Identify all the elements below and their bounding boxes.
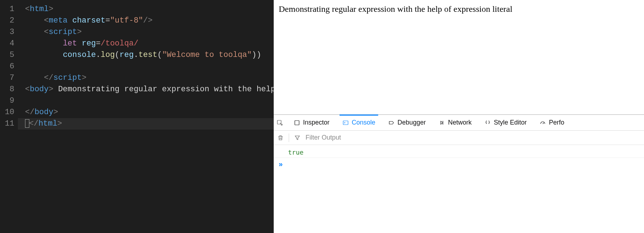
devtools-tab-network[interactable]: Network: [436, 115, 474, 130]
code-line[interactable]: [25, 95, 274, 107]
devtools-tabstrip: InspectorConsoleDebuggerNetworkStyle Edi…: [274, 115, 644, 131]
line-number: 9: [0, 95, 18, 107]
line-number: 5: [0, 49, 18, 61]
pick-element-icon[interactable]: [277, 120, 283, 126]
code-line[interactable]: </script>: [25, 72, 274, 84]
line-number: 3: [0, 26, 18, 38]
devtools-tab-label: Perfo: [549, 119, 564, 126]
separator: [289, 134, 289, 142]
app-root: 1234567891011 <html> <meta charset="utf-…: [0, 0, 644, 233]
devtools-tab-label: Network: [448, 119, 472, 126]
console-icon: [342, 120, 349, 126]
console-prompt-chevron-icon: »: [279, 160, 283, 168]
clear-console-icon[interactable]: [277, 135, 284, 141]
code-area[interactable]: <html> <meta charset="utf-8"/> <script> …: [18, 0, 274, 233]
devtools-tab-styleeditor[interactable]: Style Editor: [482, 115, 529, 130]
svg-rect-2: [343, 121, 348, 125]
console-log-line: true: [274, 147, 644, 158]
line-number: 11: [0, 118, 18, 130]
performance-icon: [540, 120, 546, 126]
devtools-tab-performance[interactable]: Perfo: [537, 115, 566, 130]
devtools-tab-debugger[interactable]: Debugger: [386, 115, 428, 130]
line-number-gutter: 1234567891011: [0, 0, 18, 233]
console-output: true »: [274, 145, 644, 173]
line-number: 2: [0, 15, 18, 26]
devtools-tab-label: Inspector: [303, 119, 330, 126]
code-line[interactable]: <meta charset="utf-8"/>: [25, 15, 274, 26]
devtools-tab-label: Debugger: [397, 119, 426, 126]
code-line[interactable]: console.log(reg.test("Welcome to toolqa"…: [25, 49, 274, 61]
line-number: 1: [0, 4, 18, 15]
browser-pane: Demonstrating regular expression with th…: [274, 0, 644, 233]
line-number: 10: [0, 107, 18, 118]
devtools-panel: InspectorConsoleDebuggerNetworkStyle Edi…: [274, 115, 644, 233]
code-line[interactable]: <script>: [25, 26, 274, 38]
devtools-tab-console[interactable]: Console: [340, 115, 377, 130]
code-editor[interactable]: 1234567891011 <html> <meta charset="utf-…: [0, 0, 274, 233]
filter-icon[interactable]: [294, 135, 301, 141]
devtools-tab-label: Console: [352, 119, 375, 126]
line-number: 8: [0, 84, 18, 95]
debugger-icon: [388, 120, 395, 126]
filter-output-input[interactable]: [306, 134, 640, 141]
console-toolbar: [274, 131, 644, 145]
styleeditor-icon: [484, 120, 491, 126]
console-prompt-row[interactable]: »: [274, 158, 644, 170]
code-line[interactable]: <html>: [25, 4, 274, 15]
line-number: 7: [0, 72, 18, 84]
svg-rect-1: [295, 121, 299, 125]
rendered-page: Demonstrating regular expression with th…: [274, 0, 644, 115]
code-line[interactable]: let reg=/toolqa/: [25, 38, 274, 49]
inspector-icon: [294, 120, 300, 126]
network-icon: [439, 120, 445, 126]
devtools-tab-inspector[interactable]: Inspector: [292, 115, 332, 130]
page-body-text: Demonstrating regular expression with th…: [279, 4, 512, 14]
line-number: 4: [0, 38, 18, 49]
line-number: 6: [0, 61, 18, 72]
code-line[interactable]: <body> Demonstrating regular expression …: [25, 84, 274, 95]
code-line[interactable]: [25, 61, 274, 72]
devtools-tab-label: Style Editor: [494, 119, 527, 126]
code-line[interactable]: </body>: [25, 107, 274, 118]
